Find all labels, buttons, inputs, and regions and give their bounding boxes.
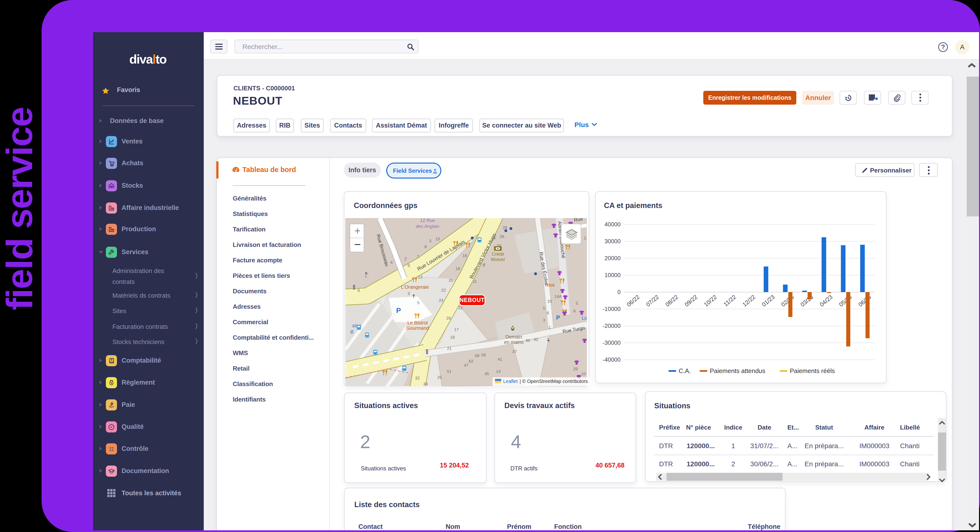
- svg-text:6: 6: [358, 288, 360, 293]
- svg-text:-20000: -20000: [603, 322, 620, 329]
- svg-text:20: 20: [449, 278, 453, 283]
- svg-text:6: 6: [547, 311, 549, 315]
- svg-text:12 Rue: 12 Rue: [420, 218, 435, 223]
- svg-text:12/22: 12/22: [741, 294, 756, 308]
- svg-text:Paiements attendus: Paiements attendus: [710, 367, 765, 375]
- svg-text:5: 5: [429, 239, 431, 243]
- svg-text:16: 16: [463, 253, 467, 258]
- svg-text:1: 1: [548, 325, 550, 330]
- svg-text:5: 5: [576, 301, 578, 306]
- svg-text:L'Orangeraie: L'Orangeraie: [401, 284, 429, 290]
- svg-text:26: 26: [446, 316, 451, 321]
- svg-text:11/22: 11/22: [722, 294, 737, 308]
- svg-text:Teos: Teos: [544, 282, 555, 287]
- svg-text:0: 0: [617, 289, 620, 295]
- svg-text:40000: 40000: [605, 221, 620, 227]
- svg-text:Paiements rééls: Paiements rééls: [790, 367, 835, 375]
- svg-text:37: 37: [512, 349, 517, 354]
- svg-text:21: 21: [447, 346, 452, 351]
- svg-text:des Anglais: des Anglais: [416, 224, 439, 229]
- svg-text:en mains: en mains: [504, 340, 523, 345]
- svg-text:Crédit: Crédit: [492, 251, 504, 257]
- svg-text:22: 22: [441, 288, 446, 292]
- svg-text:-30000: -30000: [603, 340, 620, 346]
- svg-text:30000: 30000: [605, 238, 620, 245]
- svg-text:17: 17: [454, 327, 459, 332]
- svg-text:6: 6: [573, 309, 576, 313]
- svg-text:06/22: 06/22: [625, 294, 641, 308]
- svg-text:$: $: [111, 402, 112, 405]
- svg-text:1: 1: [365, 274, 367, 278]
- svg-text:14A: 14A: [554, 294, 562, 299]
- svg-text:18: 18: [455, 267, 460, 271]
- svg-text:09/22: 09/22: [683, 294, 698, 308]
- svg-text:08/22: 08/22: [664, 294, 679, 308]
- svg-text:56: 56: [481, 353, 486, 357]
- svg-text:20000: 20000: [605, 255, 620, 261]
- svg-text:3: 3: [543, 318, 545, 322]
- svg-text:Demain: Demain: [506, 334, 522, 340]
- svg-text:4: 4: [390, 260, 393, 265]
- svg-text:-40000: -40000: [603, 356, 620, 363]
- svg-text:32: 32: [415, 376, 420, 381]
- svg-text:7: 7: [417, 254, 419, 259]
- svg-text:14: 14: [496, 369, 501, 374]
- svg-text:5: 5: [543, 306, 545, 310]
- svg-text:45: 45: [485, 372, 489, 376]
- svg-text:02/23: 02/23: [780, 294, 795, 308]
- svg-text:58: 58: [475, 353, 479, 358]
- svg-text:3: 3: [407, 291, 410, 296]
- svg-text:13: 13: [418, 275, 423, 279]
- svg-text:34: 34: [423, 382, 428, 386]
- svg-text:04/23: 04/23: [818, 294, 834, 308]
- svg-text:P: P: [556, 314, 560, 321]
- svg-text:24: 24: [439, 298, 444, 303]
- svg-text:03/23: 03/23: [799, 294, 814, 308]
- svg-text:P: P: [396, 306, 401, 314]
- svg-text:26: 26: [500, 234, 504, 239]
- svg-text:9: 9: [407, 264, 410, 268]
- svg-text:10000: 10000: [605, 272, 620, 278]
- svg-text:01/23: 01/23: [760, 294, 776, 308]
- svg-text:Mutuel: Mutuel: [491, 257, 504, 262]
- svg-text:40: 40: [534, 337, 538, 342]
- svg-text:ill: ill: [350, 329, 353, 335]
- svg-text:25: 25: [438, 375, 442, 380]
- svg-text:Gourmand: Gourmand: [406, 326, 429, 331]
- svg-text:46: 46: [526, 338, 530, 343]
- svg-text:19: 19: [450, 335, 455, 340]
- svg-text:10: 10: [547, 299, 552, 304]
- svg-text:07/22: 07/22: [645, 294, 660, 308]
- svg-text:$: $: [111, 382, 112, 384]
- svg-text:28: 28: [503, 226, 507, 230]
- svg-text:Lothair: Lothair: [582, 315, 587, 321]
- svg-text:2: 2: [404, 257, 407, 261]
- svg-text:C.A.: C.A.: [679, 367, 691, 375]
- svg-text:06/23: 06/23: [857, 294, 872, 308]
- svg-text:9: 9: [482, 263, 485, 267]
- svg-text:51: 51: [447, 369, 452, 374]
- svg-text:5: 5: [417, 300, 419, 305]
- svg-text:47: 47: [464, 363, 469, 368]
- svg-text:10: 10: [436, 237, 440, 241]
- svg-text:8: 8: [425, 245, 426, 249]
- svg-text:10: 10: [581, 372, 586, 376]
- svg-text:-10000: -10000: [603, 306, 620, 312]
- svg-text:Le Bistrot: Le Bistrot: [407, 320, 428, 326]
- svg-text:41: 41: [498, 357, 503, 362]
- svg-text:62: 62: [469, 359, 473, 364]
- svg-text:20: 20: [496, 243, 501, 248]
- svg-text:12: 12: [584, 236, 587, 240]
- svg-text:15: 15: [458, 306, 463, 310]
- svg-text:11: 11: [473, 279, 477, 284]
- svg-text:10/22: 10/22: [703, 294, 718, 308]
- svg-text:29: 29: [573, 367, 578, 372]
- svg-text:05/23: 05/23: [838, 294, 853, 308]
